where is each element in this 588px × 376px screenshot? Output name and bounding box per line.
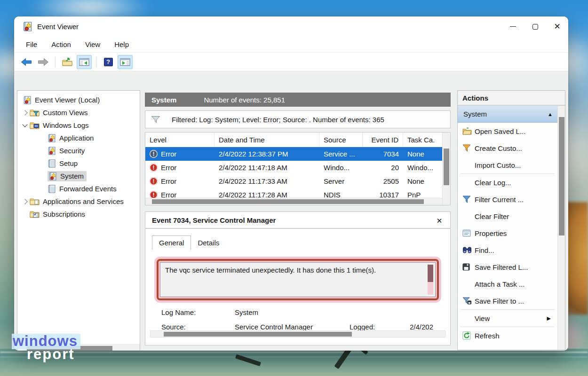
log-icon: [48, 134, 56, 142]
tree-item-event-viewer-local[interactable]: Event Viewer (Local): [17, 94, 140, 106]
apps-services-folder-icon: [30, 197, 40, 205]
action-filter-current-log[interactable]: Filter Current ...: [458, 191, 557, 208]
filter-notification-bar: Filtered: Log: System; Level: Error; Sou…: [145, 110, 451, 128]
collapse-icon[interactable]: ▲: [548, 111, 553, 117]
detail-tabs: General Details: [152, 235, 226, 250]
show-action-pane-icon[interactable]: [118, 55, 133, 69]
action-open-saved-log[interactable]: Open Saved L...: [458, 123, 557, 140]
field-label: Log Name:: [161, 308, 196, 316]
actions-vertical-scrollbar[interactable]: [557, 106, 565, 350]
action-clear-log[interactable]: Clear Log...: [458, 174, 557, 191]
field-label: Logged:: [350, 323, 375, 331]
event-viewer-node-icon: [23, 96, 32, 104]
scrollbar-thumb[interactable]: [428, 265, 433, 282]
tree-item-label: System: [60, 172, 84, 180]
menu-file[interactable]: File: [20, 39, 43, 50]
action-create-custom-view[interactable]: Create Custo...: [458, 140, 557, 157]
tree-item-label: Custom Views: [43, 109, 88, 117]
log-icon: [48, 159, 56, 168]
close-detail-icon[interactable]: ✕: [434, 216, 445, 226]
custom-views-folder-icon: [30, 109, 40, 117]
table-row[interactable]: !Error 2/4/2022 11:47:18 AM Windo... 20 …: [145, 161, 450, 174]
action-find[interactable]: Find...: [458, 242, 557, 258]
scrollbar-thumb[interactable]: [444, 149, 449, 185]
log-icon: [48, 172, 57, 180]
action-clear-filter[interactable]: Clear Filter: [458, 208, 557, 225]
event-detail-title: Event 7034, Service Control Manager: [152, 216, 276, 224]
tree-item-label: Event Viewer (Local): [35, 96, 100, 104]
sea: [0, 349, 588, 376]
description-scrollbar[interactable]: [428, 265, 433, 295]
selected-tree-item: System: [48, 171, 87, 181]
action-attach-task[interactable]: Attach a Task ...: [458, 275, 557, 292]
action-save-filtered-log[interactable]: Save Filtered L...: [458, 258, 557, 275]
column-header-event-id[interactable]: Event ID: [363, 133, 403, 147]
action-view[interactable]: View ▶: [458, 310, 557, 327]
tree-item-subscriptions[interactable]: Subscriptions: [17, 208, 140, 220]
tree-item-setup[interactable]: Setup: [17, 157, 140, 170]
error-icon: !: [150, 177, 158, 185]
table-header: Level Date and Time Source Event ID Task…: [145, 133, 450, 147]
tree-item-windows-logs[interactable]: Windows Logs: [17, 119, 140, 132]
minimize-button[interactable]: [502, 16, 524, 37]
event-description-box[interactable]: The vqc service terminated unexpectedly.…: [160, 262, 436, 297]
title-bar: Event Viewer ✕: [14, 16, 568, 37]
event-detail-header: Event 7034, Service Control Manager: [145, 212, 450, 229]
action-save-filter-to[interactable]: Save Filter to ...: [458, 292, 557, 309]
menu-action[interactable]: Action: [45, 39, 77, 50]
tree-item-label: Application: [59, 134, 94, 142]
tree-item-system[interactable]: System: [17, 170, 140, 182]
watermark-report: report: [27, 347, 75, 361]
annotation-highlight: The vqc service terminated unexpectedly.…: [157, 259, 439, 300]
chevron-right-icon[interactable]: [22, 199, 27, 204]
tree-item-label: Applications and Services: [43, 197, 124, 205]
log-icon: [48, 147, 56, 155]
action-import-custom-view[interactable]: Import Custo...: [458, 157, 557, 173]
maximize-button[interactable]: [524, 16, 546, 37]
window-title: Event Viewer: [37, 23, 79, 31]
menu-help[interactable]: Help: [108, 39, 135, 50]
menu-view[interactable]: View: [79, 39, 106, 50]
event-viewer-app-icon: [23, 22, 32, 31]
export-log-icon[interactable]: [60, 55, 75, 69]
tab-general[interactable]: General: [152, 235, 191, 250]
actions-section-system[interactable]: System ▲: [458, 106, 557, 123]
scrollbar-thumb[interactable]: [559, 117, 564, 235]
event-viewer-window: Event Viewer ✕ File Action View Help: [14, 16, 568, 351]
table-row[interactable]: !Error 2/4/2022 11:17:33 AM Server 2505 …: [145, 174, 450, 188]
tree-item-security[interactable]: Security: [17, 144, 140, 157]
action-properties[interactable]: Properties: [458, 225, 557, 242]
tree-item-label: Subscriptions: [43, 210, 85, 218]
column-header-task[interactable]: Task Ca.: [403, 133, 443, 147]
event-list-horizontal-scrollbar[interactable]: [145, 198, 442, 205]
scrollbar-thumb[interactable]: [152, 199, 424, 204]
log-name: System: [151, 96, 176, 104]
detail-horizontal-scrollbar[interactable]: [150, 330, 445, 337]
filter-current-log-icon: [462, 196, 475, 203]
open-saved-log-icon: [462, 127, 475, 135]
tree-item-applications-and-services[interactable]: Applications and Services: [17, 195, 140, 208]
tree-item-label: Security: [59, 147, 85, 155]
action-refresh[interactable]: Refresh: [458, 327, 557, 344]
tree-item-application[interactable]: Application: [17, 132, 140, 144]
forward-icon[interactable]: [36, 55, 51, 69]
close-button[interactable]: ✕: [546, 16, 568, 37]
column-header-source[interactable]: Source: [319, 133, 363, 147]
column-header-date[interactable]: Date and Time: [215, 133, 319, 147]
find-binoculars-icon: [462, 246, 475, 254]
tree-item-custom-views[interactable]: Custom Views: [17, 106, 140, 119]
tree-item-forwarded-events[interactable]: Forwarded Events: [17, 182, 140, 195]
event-list: Level Date and Time Source Event ID Task…: [145, 132, 451, 205]
column-header-level[interactable]: Level: [145, 133, 215, 147]
show-console-tree-icon[interactable]: [77, 55, 92, 69]
back-icon[interactable]: [19, 55, 34, 69]
chevron-right-icon[interactable]: [22, 110, 27, 115]
filter-summary: Filtered: Log: System; Level: Error; Sou…: [172, 116, 384, 124]
table-row[interactable]: !Error 2/4/2022 12:38:37 PM Service ... …: [145, 147, 450, 161]
actions-header: Actions: [458, 91, 565, 106]
help-icon[interactable]: ?: [101, 55, 116, 69]
tab-details[interactable]: Details: [191, 235, 226, 250]
event-list-vertical-scrollbar[interactable]: [442, 133, 450, 205]
chevron-down-icon[interactable]: [22, 122, 27, 127]
scrollbar-thumb[interactable]: [164, 332, 352, 337]
